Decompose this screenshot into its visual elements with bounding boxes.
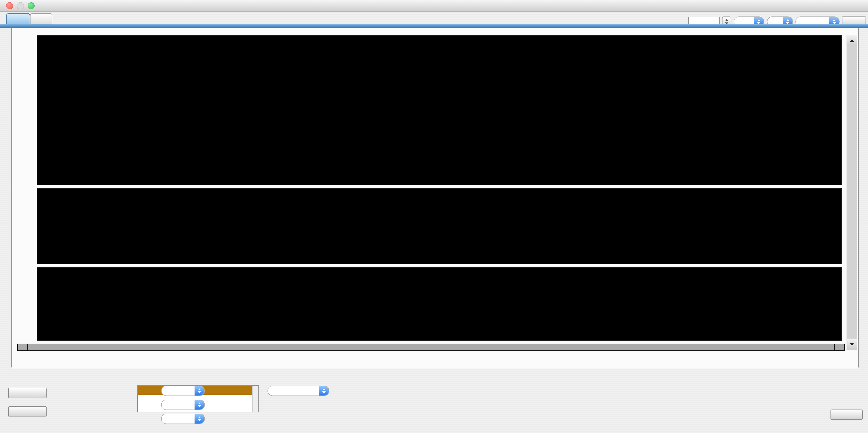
chevron-updown-icon bbox=[194, 386, 205, 396]
stepper-up-icon[interactable] bbox=[725, 19, 728, 21]
equation-of-motion-select[interactable] bbox=[268, 386, 329, 396]
hscroll-right-cap[interactable] bbox=[834, 344, 844, 351]
close-button[interactable] bbox=[831, 409, 863, 420]
remove-button[interactable] bbox=[8, 406, 46, 417]
chevron-updown-icon bbox=[194, 400, 205, 409]
scroll-down-button[interactable] bbox=[847, 339, 857, 350]
tab-stats[interactable] bbox=[30, 13, 52, 24]
chevron-updown-icon bbox=[194, 414, 205, 424]
hscroll-left-cap[interactable] bbox=[18, 344, 28, 351]
minimize-window-icon[interactable] bbox=[17, 2, 24, 9]
legend bbox=[39, 37, 43, 43]
wind-plot[interactable] bbox=[37, 188, 842, 264]
list-scrollbar[interactable] bbox=[252, 386, 258, 412]
triangle-down-icon bbox=[850, 343, 854, 346]
bottom-plot-select[interactable] bbox=[161, 413, 205, 424]
titlebar bbox=[0, 0, 868, 11]
tab-pane-edge bbox=[0, 24, 868, 28]
add-button[interactable] bbox=[8, 388, 46, 398]
horizontal-scrollbar[interactable] bbox=[17, 343, 845, 351]
power-meter-comparison-window bbox=[0, 0, 868, 433]
chevron-updown-icon bbox=[319, 386, 329, 396]
middle-plot-select[interactable] bbox=[161, 400, 205, 410]
tab-graph[interactable] bbox=[6, 13, 30, 24]
vertical-scrollbar[interactable] bbox=[846, 35, 857, 350]
power-plot[interactable] bbox=[37, 35, 842, 186]
hr-plot[interactable] bbox=[37, 267, 842, 341]
close-window-icon[interactable] bbox=[6, 2, 13, 9]
triangle-up-icon bbox=[850, 39, 854, 42]
scroll-up-button[interactable] bbox=[847, 35, 857, 46]
top-plot-select[interactable] bbox=[161, 386, 205, 396]
zoom-window-icon[interactable] bbox=[28, 2, 35, 9]
